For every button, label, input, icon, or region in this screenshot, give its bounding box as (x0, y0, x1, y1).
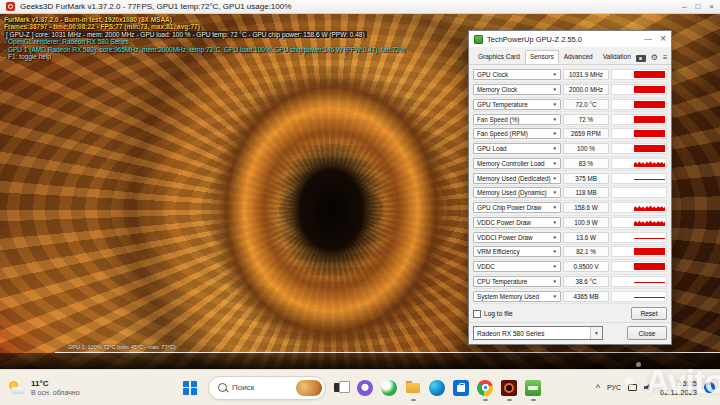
gpuz-window: TechPowerUp GPU-Z 2.55.0 — × Graphics Ca… (468, 30, 672, 345)
green-app-icon (381, 380, 397, 396)
gpuz-icon (525, 380, 541, 396)
edge-button[interactable] (428, 376, 446, 400)
sensor-value: 375 MB (563, 173, 609, 184)
notification-badge[interactable]: 6 (704, 382, 715, 393)
clock[interactable]: 15:35 02.11.2023 (660, 379, 697, 397)
sensor-row: Memory Controller Load▼ 83 % (473, 157, 667, 172)
speaker-icon[interactable] (644, 383, 653, 392)
sensor-row: Fan Speed (%)▼ 72 % (473, 112, 667, 127)
tab-advanced[interactable]: Advanced (559, 50, 598, 64)
tray-expand-icon[interactable]: ^ (596, 383, 600, 393)
sensor-value: 118 MB (563, 187, 609, 198)
sensor-value: 158.6 W (563, 202, 609, 213)
reset-button[interactable]: Reset (631, 307, 667, 320)
sensor-label: Memory Clock (477, 86, 517, 93)
furmark-temp-status: GPU 1: 100% 72°C (min: 45°C - max: 77°C) (68, 344, 175, 350)
sensor-label: Memory Used (Dedicated) (477, 175, 551, 182)
sensor-label: GPU Temperature (477, 101, 528, 108)
sensor-selector[interactable]: Memory Used (Dedicated)▼ (473, 173, 561, 184)
sensor-selector[interactable]: CPU Temperature▼ (473, 276, 561, 287)
sensor-graph (611, 291, 667, 302)
gpuz-tab-strip: Graphics Card Sensors Advanced Validatio… (469, 47, 671, 65)
chevron-down-icon: ▼ (553, 72, 557, 77)
chevron-down-icon: ▼ (553, 264, 557, 269)
sensor-row: VDDC Power Draw▼ 100.9 W (473, 216, 667, 231)
minimize-icon[interactable]: — (644, 31, 652, 47)
time: 15:35 (678, 379, 697, 388)
furmark-app-icon (6, 2, 15, 11)
network-icon[interactable] (628, 384, 637, 391)
sensor-graph (611, 232, 667, 243)
minimize-icon[interactable]: – (682, 0, 686, 14)
store-icon (453, 380, 469, 396)
sensor-row: VRM Efficiency▼ 82.1 % (473, 245, 667, 260)
chrome-button[interactable] (476, 376, 494, 400)
tab-validation[interactable]: Validation (598, 50, 636, 64)
sensor-graph (611, 158, 667, 169)
chat-icon (357, 380, 373, 396)
maximize-icon[interactable]: □ (695, 0, 700, 14)
sensor-selector[interactable]: Fan Speed (%)▼ (473, 114, 561, 125)
close-icon[interactable]: × (660, 31, 666, 47)
chevron-down-icon: ▼ (553, 102, 557, 107)
sensor-value: 1031.9 MHz (563, 69, 609, 80)
sensor-selector[interactable]: GPU Temperature▼ (473, 99, 561, 110)
sensor-row: GPU Chip Power Draw▼ 158.6 W (473, 201, 667, 216)
sensor-selector[interactable]: System Memory Used▼ (473, 291, 561, 302)
sensor-selector[interactable]: VRM Efficiency▼ (473, 246, 561, 257)
sensor-graph (611, 143, 667, 154)
chevron-down-icon: ▼ (553, 249, 557, 254)
gpuz-taskbar-button[interactable] (524, 376, 542, 400)
gpu-select-dropdown[interactable]: Radeon RX 580 Series ▼ (473, 326, 603, 340)
sensor-selector[interactable]: VDDC Power Draw▼ (473, 217, 561, 228)
sensor-selector[interactable]: VDDCI Power Draw▼ (473, 232, 561, 243)
chevron-down-icon: ▼ (553, 176, 557, 181)
file-explorer-button[interactable] (404, 376, 422, 400)
chat-button[interactable] (356, 376, 374, 400)
menu-icon[interactable]: ≡ (663, 54, 668, 62)
sensor-graph (611, 173, 667, 184)
language-indicator[interactable]: РУС (607, 384, 621, 391)
log-to-file-checkbox[interactable] (473, 310, 481, 318)
tab-graphics-card[interactable]: Graphics Card (473, 50, 525, 64)
close-icon[interactable]: × (709, 0, 714, 14)
search-input[interactable]: Поиск (208, 376, 326, 400)
sensor-label: System Memory Used (477, 293, 539, 300)
hud-line-help: - F1: toggle help (4, 53, 405, 60)
sensor-selector[interactable]: GPU Clock▼ (473, 69, 561, 80)
camera-icon[interactable] (636, 55, 646, 62)
gpuz-titlebar: TechPowerUp GPU-Z 2.55.0 — × (469, 31, 671, 47)
sensor-selector[interactable]: Memory Controller Load▼ (473, 158, 561, 169)
sensor-row: Memory Used (Dedicated)▼ 375 MB (473, 171, 667, 186)
store-button[interactable] (452, 376, 470, 400)
task-view-button[interactable] (332, 376, 350, 400)
sensor-graph (611, 84, 667, 95)
chrome-icon (477, 380, 493, 396)
chevron-down-icon: ▼ (553, 131, 557, 136)
sensor-selector[interactable]: Memory Used (Dynamic)▼ (473, 187, 561, 198)
sensor-selector[interactable]: GPU Chip Power Draw▼ (473, 202, 561, 213)
sensor-label: VDDC Power Draw (477, 219, 531, 226)
start-button[interactable] (178, 376, 202, 400)
sensor-value: 100.9 W (563, 217, 609, 228)
chevron-down-icon: ▼ (553, 117, 557, 122)
green-app-button[interactable] (380, 376, 398, 400)
sensor-value: 100 % (563, 143, 609, 154)
sensor-label: GPU Chip Power Draw (477, 204, 541, 211)
sensor-label: Memory Controller Load (477, 160, 545, 167)
sensor-graph (611, 69, 667, 80)
sensor-selector[interactable]: VDDC▼ (473, 261, 561, 272)
furmark-taskbar-button[interactable] (500, 376, 518, 400)
gear-icon[interactable]: ⚙ (651, 54, 658, 62)
edge-icon (429, 380, 445, 396)
close-button[interactable]: Close (627, 326, 667, 340)
sensor-value: 4365 MB (563, 291, 609, 302)
furmark-window-title: Geeks3D FurMark v1.37.2.0 - 77FPS, GPU1 … (20, 2, 291, 11)
sensor-selector[interactable]: GPU Load▼ (473, 143, 561, 154)
sensor-value: 82.1 % (563, 246, 609, 257)
chevron-down-icon: ▼ (553, 294, 557, 299)
windows-logo-icon (183, 381, 197, 395)
sensor-selector[interactable]: Fan Speed (RPM)▼ (473, 128, 561, 139)
sensor-selector[interactable]: Memory Clock▼ (473, 84, 561, 95)
tab-sensors[interactable]: Sensors (525, 50, 559, 64)
